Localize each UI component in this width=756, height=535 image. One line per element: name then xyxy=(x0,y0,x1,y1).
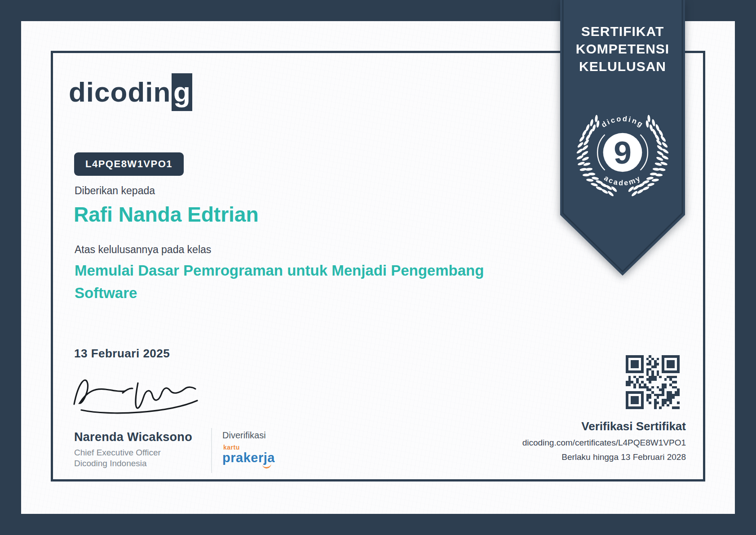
verification-block: Verifikasi Sertifikat dicoding.com/certi… xyxy=(522,419,686,462)
signer-name: Narenda Wicaksono xyxy=(74,430,192,444)
handwritten-signature-icon xyxy=(71,368,205,417)
course-title: Memulai Dasar Pemrograman untuk Menjadi … xyxy=(75,259,484,304)
course-title-line-2: Software xyxy=(75,282,484,304)
course-title-line-1: Memulai Dasar Pemrograman untuk Menjadi … xyxy=(75,259,484,282)
verification-url: dicoding.com/certificates/L4PQE8W1VPO1 xyxy=(522,438,686,448)
emblem-arc-top: dicoding xyxy=(600,114,645,129)
signer-block: Narenda Wicaksono Chief Executive Office… xyxy=(74,430,192,469)
certificate-id-badge: L4PQE8W1VPO1 xyxy=(74,152,184,176)
dicoding-academy-emblem: 9 dicoding academy xyxy=(575,105,670,200)
ribbon-line-2: KOMPETENSI xyxy=(560,40,685,58)
svg-text:dicoding: dicoding xyxy=(600,114,645,129)
verification-validity: Berlaku hingga 13 Februari 2028 xyxy=(522,452,686,462)
verification-title: Verifikasi Sertifikat xyxy=(522,419,686,433)
kartu-prakerja-logo: kartu prakerja xyxy=(222,444,275,464)
ribbon-title: SERTIFIKAT KOMPETENSI KELULUSAN xyxy=(560,22,685,75)
certificate: dicoding L4PQE8W1VPO1 Diberikan kepada R… xyxy=(0,0,756,535)
logo-g-mark: g xyxy=(172,73,192,111)
prakerja-label: prakerja xyxy=(222,450,275,465)
dicoding-logo: dicoding xyxy=(69,73,192,111)
kartu-label: kartu xyxy=(223,444,275,451)
ribbon-line-1: SERTIFIKAT xyxy=(560,22,685,40)
ribbon-line-3: KELULUSAN xyxy=(560,58,685,75)
award-ribbon: SERTIFIKAT KOMPETENSI KELULUSAN 9 dicodi… xyxy=(560,0,685,276)
emblem-arc-bottom: academy xyxy=(603,174,642,187)
emblem-number: 9 xyxy=(614,134,632,170)
course-label: Atas kelulusannya pada kelas xyxy=(75,244,211,256)
signer-title: Chief Executive Officer xyxy=(74,447,192,458)
recipient-name: Rafi Nanda Edtrian xyxy=(74,203,259,226)
qr-code-icon xyxy=(626,355,680,409)
vertical-divider xyxy=(211,428,212,473)
logo-text: dicodin xyxy=(69,76,171,107)
signer-organization: Dicoding Indonesia xyxy=(74,458,192,469)
diverifikasi-label: Diverifikasi xyxy=(222,430,266,441)
issue-date: 13 Februari 2025 xyxy=(74,347,170,361)
svg-text:academy: academy xyxy=(603,174,642,187)
given-to-label: Diberikan kepada xyxy=(75,185,155,197)
